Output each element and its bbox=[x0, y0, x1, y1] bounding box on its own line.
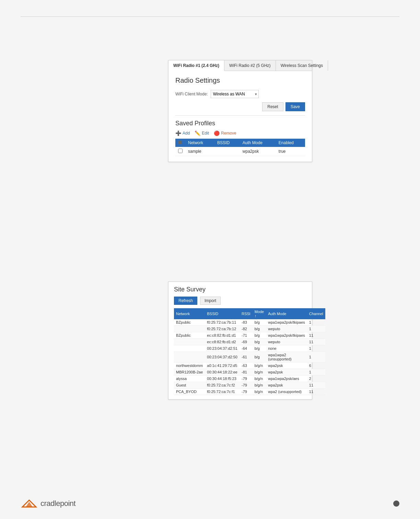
survey-row-auth-mode: wpa1wpa2psk/aes bbox=[266, 376, 307, 382]
survey-row[interactable]: northwestdomm a0:1c:41:29:72:d5 -63 b/g/… bbox=[174, 362, 325, 369]
survey-col-network: Network bbox=[174, 308, 205, 319]
tab-wifi-radio-1[interactable]: WiFi Radio #1 (2.4 GHz) bbox=[168, 60, 224, 71]
survey-row-network: PCA_BYOD bbox=[174, 389, 205, 395]
tab-wireless-scan[interactable]: Wireless Scan Settings bbox=[276, 60, 328, 71]
survey-row[interactable]: BZpublic ec:c8:82:fb:d1:d1 -71 b/g wpa1w… bbox=[174, 332, 325, 339]
survey-row-bssid: f0:25:72:ca:7b:12 bbox=[205, 326, 240, 332]
survey-row-auth-mode: wpa2 (unsupported) bbox=[266, 389, 307, 395]
survey-row[interactable]: f0:25:72:ca:7b:12 -82 b/g weputo 1 bbox=[174, 326, 325, 332]
survey-row[interactable]: alyssa 00:30:44:18:f5:23 -79 b/g/n wpa1w… bbox=[174, 376, 325, 382]
logo-icon bbox=[21, 498, 38, 509]
survey-row[interactable]: MBR1200B-2ae 00:30:44:18:22:ee -81 b/g/n… bbox=[174, 369, 325, 376]
survey-row-rssi: -64 bbox=[240, 345, 253, 352]
survey-row-auth-mode: wpa2psk bbox=[266, 362, 307, 369]
survey-row[interactable]: ec:c8:82:fb:d1:d2 -69 b/g weputo 11 bbox=[174, 339, 325, 345]
survey-row-mode: b/g/n bbox=[253, 362, 266, 369]
survey-row-bssid: f0:25:72:ca:7b:11 bbox=[205, 319, 240, 326]
footer-dot bbox=[393, 500, 399, 507]
survey-row-bssid: 00:23:04:37:d2:51 bbox=[205, 345, 240, 352]
survey-row-bssid: 00:30:44:18:f5:23 bbox=[205, 376, 240, 382]
survey-row[interactable]: Guest f0:25:72:ca:7c:f2 -79 b/g/n wpa2ps… bbox=[174, 382, 325, 389]
survey-row-mode: b/g bbox=[253, 352, 266, 362]
top-divider bbox=[21, 16, 399, 17]
survey-col-rssi: RSSI bbox=[240, 308, 253, 319]
radio-settings-title: Radio Settings bbox=[175, 77, 305, 84]
radio-settings-panel: WiFi Radio #1 (2.4 GHz) WiFi Radio #2 (5… bbox=[168, 60, 312, 162]
survey-row-rssi: -63 bbox=[240, 362, 253, 369]
survey-row[interactable]: 00:23:04:37:d2:50 -61 b/g wpa1wpa2 (unsu… bbox=[174, 352, 325, 362]
survey-row-auth-mode: wpa2psk bbox=[266, 369, 307, 376]
add-profile-button[interactable]: ➕ Add bbox=[175, 130, 190, 136]
survey-row-rssi: -81 bbox=[240, 369, 253, 376]
survey-row-auth-mode: none bbox=[266, 345, 307, 352]
survey-row-auth-mode: weputo bbox=[266, 326, 307, 332]
survey-row[interactable]: PCA_BYOD f0:25:72:ca:7c:f1 -79 b/g/n wpa… bbox=[174, 389, 325, 395]
wifi-client-mode-select-wrapper: Wireless as WAN bbox=[211, 90, 259, 98]
survey-col-channel: Channel bbox=[307, 308, 325, 319]
survey-row-channel: 1 bbox=[307, 352, 325, 362]
survey-row-network: BZpublic bbox=[174, 332, 205, 339]
wifi-client-mode-select[interactable]: Wireless as WAN bbox=[211, 90, 259, 98]
survey-row-mode: b/g bbox=[253, 319, 266, 326]
survey-row-rssi: -82 bbox=[240, 326, 253, 332]
panel-body: Radio Settings WiFi Client Mode: Wireles… bbox=[168, 71, 312, 162]
survey-row-rssi: -79 bbox=[240, 389, 253, 395]
add-icon: ➕ bbox=[175, 130, 181, 136]
survey-row-mode: b/g/n bbox=[253, 369, 266, 376]
edit-profile-button[interactable]: ✏️ Edit bbox=[195, 130, 209, 136]
remove-profile-button[interactable]: 🔴 Remove bbox=[214, 130, 236, 136]
profiles-table-header: Network BSSID Auth Mode Enabled bbox=[175, 139, 305, 147]
wifi-client-mode-row: WiFi Client Mode: Wireless as WAN bbox=[175, 90, 305, 98]
survey-row-channel: 1 bbox=[307, 326, 325, 332]
survey-row-bssid: ec:c8:82:fb:d1:d2 bbox=[205, 339, 240, 345]
survey-row-mode: b/g bbox=[253, 339, 266, 345]
row-checkbox[interactable] bbox=[175, 147, 185, 156]
survey-row-channel: 6 bbox=[307, 362, 325, 369]
survey-col-auth-mode: Auth Mode bbox=[266, 308, 307, 319]
survey-row-network: Guest bbox=[174, 382, 205, 389]
site-survey-title: Site Survey bbox=[174, 286, 306, 293]
survey-row-auth-mode: wpa1wpa2psk/tkipaes bbox=[266, 319, 307, 326]
cradlepoint-logo: cradlepoint bbox=[21, 498, 75, 509]
survey-row-mode: b/g/n bbox=[253, 376, 266, 382]
site-survey-panel: Site Survey Refresh Import Network BSSID… bbox=[168, 281, 312, 400]
survey-row-bssid: a0:1c:41:29:72:d5 bbox=[205, 362, 240, 369]
survey-row-rssi: -61 bbox=[240, 352, 253, 362]
survey-row-auth-mode: wpa1wpa2 (unsupported) bbox=[266, 352, 307, 362]
row-auth-mode: wpa2psk bbox=[240, 147, 276, 156]
survey-row-bssid: f0:25:72:ca:7c:f2 bbox=[205, 382, 240, 389]
edit-icon: ✏️ bbox=[195, 130, 200, 136]
table-row[interactable]: sample wpa2psk true bbox=[175, 147, 305, 156]
survey-row-network: northwestdomm bbox=[174, 362, 205, 369]
row-network: sample bbox=[185, 147, 214, 156]
survey-col-bssid: BSSID bbox=[205, 308, 240, 319]
row-enabled: true bbox=[276, 147, 305, 156]
profiles-toolbar: ➕ Add ✏️ Edit 🔴 Remove bbox=[175, 130, 305, 136]
wifi-client-mode-label: WiFi Client Mode: bbox=[175, 92, 208, 96]
tab-wifi-radio-2[interactable]: WiFi Radio #2 (5 GHz) bbox=[224, 60, 276, 71]
row-bssid bbox=[214, 147, 240, 156]
footer: cradlepoint bbox=[21, 498, 75, 509]
tab-bar: WiFi Radio #1 (2.4 GHz) WiFi Radio #2 (5… bbox=[168, 60, 312, 71]
survey-row[interactable]: 00:23:04:37:d2:51 -64 b/g none 1 bbox=[174, 345, 325, 352]
survey-row-auth-mode: weputo bbox=[266, 339, 307, 345]
refresh-button[interactable]: Refresh bbox=[174, 297, 197, 305]
import-button[interactable]: Import bbox=[200, 297, 221, 305]
survey-row[interactable]: BZpublic f0:25:72:ca:7b:11 -83 b/g wpa1w… bbox=[174, 319, 325, 326]
reset-button[interactable]: Reset bbox=[262, 102, 283, 111]
survey-row-rssi: -71 bbox=[240, 332, 253, 339]
color-box-header bbox=[178, 141, 182, 144]
survey-row-network: MBR1200B-2ae bbox=[174, 369, 205, 376]
survey-row-rssi: -79 bbox=[240, 382, 253, 389]
survey-row-bssid: ec:c8:82:fb:d1:d1 bbox=[205, 332, 240, 339]
row-check-input[interactable] bbox=[178, 149, 183, 153]
survey-toolbar: Refresh Import bbox=[174, 297, 306, 305]
remove-label: Remove bbox=[221, 131, 236, 136]
survey-row-network bbox=[174, 339, 205, 345]
survey-row-rssi: -83 bbox=[240, 319, 253, 326]
save-button[interactable]: Save bbox=[285, 102, 305, 111]
survey-row-channel: 1 bbox=[307, 319, 325, 326]
survey-table: Network BSSID RSSI Mode ↑ Auth Mode Chan… bbox=[174, 308, 325, 395]
survey-row-network bbox=[174, 326, 205, 332]
section-divider bbox=[175, 115, 305, 116]
